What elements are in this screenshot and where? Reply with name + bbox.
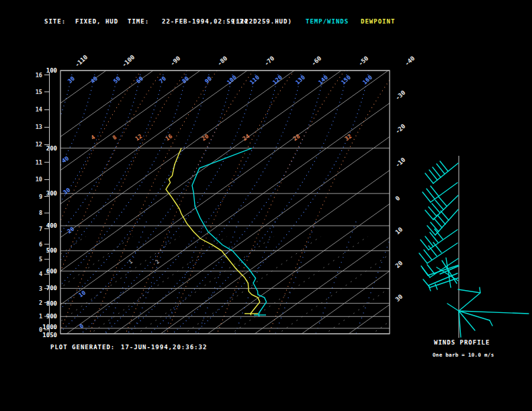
moist-adiabats [13,71,396,334]
svg-text:-60: -60 [310,55,323,67]
svg-text:2: 2 [39,300,42,306]
svg-text:-90: -90 [169,55,182,67]
svg-text:12: 12 [36,141,42,148]
svg-text:-30: -30 [394,89,407,101]
svg-text:-20: -20 [394,123,407,135]
svg-text:100: 100 [46,67,57,74]
svg-text:-50: -50 [357,55,370,67]
svg-text:40: 40 [60,155,70,165]
svg-text:10: 10 [394,226,404,236]
dry-adiabat-labels: 3040506070809010011012013014015016040302… [60,74,373,330]
svg-text:11: 11 [36,159,42,166]
svg-text:6: 6 [39,241,42,248]
svg-text:0: 0 [78,322,85,330]
svg-text:30: 30 [62,187,71,196]
svg-text:30: 30 [394,293,404,303]
svg-text:-110: -110 [74,54,89,68]
svg-text:10: 10 [36,176,42,183]
svg-text:8: 8 [39,210,42,216]
svg-text:50: 50 [112,75,122,85]
svg-text:13: 13 [36,124,42,130]
svg-text:-40: -40 [404,55,416,67]
svg-text:16: 16 [36,72,42,79]
svg-text:-100: -100 [121,54,136,68]
pressure-axis-labels: 10020030040050060070080090010001050 [42,67,57,338]
svg-text:90: 90 [204,75,213,85]
mixing-ratio-labels: 12 [128,259,161,265]
height-axis: 012345678910111213141516 [36,72,50,334]
svg-text:4: 4 [89,134,96,141]
svg-text:110: 110 [249,74,261,86]
mixing-ratio-lines [106,222,396,334]
svg-text:7: 7 [39,226,42,232]
svg-text:800: 800 [46,300,57,307]
dry-adiabats [0,71,369,334]
svg-text:5: 5 [39,256,42,263]
svg-text:300: 300 [46,190,57,197]
svg-text:20: 20 [394,259,404,269]
svg-text:2: 2 [154,259,161,265]
svg-text:150: 150 [340,74,352,86]
svg-text:32: 32 [343,133,353,142]
svg-text:70: 70 [158,75,167,85]
moist-adiabat-labels: 48121620242832 [89,133,353,142]
svg-text:120: 120 [271,74,283,86]
isotherm-right-labels: -30-20-100102030 [394,89,407,303]
svg-text:14: 14 [36,106,42,113]
svg-text:1: 1 [128,259,134,265]
svg-text:20: 20 [66,226,75,235]
svg-text:100: 100 [226,74,238,86]
svg-text:160: 160 [361,74,373,86]
svg-text:0: 0 [39,326,42,333]
svg-text:-70: -70 [263,55,276,67]
plot-generated-label: PLOT GENERATED: [50,344,115,351]
winds-profile-legend: One barb = 10.0 m/s [433,352,494,358]
svg-text:30: 30 [66,75,76,85]
dewpoint-trace [166,148,260,316]
svg-text:600: 600 [46,268,57,275]
svg-text:1000: 1000 [42,324,57,330]
svg-text:9: 9 [39,193,42,200]
svg-text:130: 130 [294,74,306,86]
svg-text:15: 15 [36,89,42,95]
svg-text:10: 10 [77,289,87,299]
svg-text:140: 140 [317,74,329,86]
svg-text:0: 0 [394,195,402,202]
wind-barbs [419,161,529,337]
svg-text:4: 4 [39,271,42,277]
svg-text:1: 1 [39,313,42,320]
svg-text:500: 500 [46,247,57,254]
svg-text:60: 60 [135,75,144,85]
plot-generated-value: 17-JUN-1994,20:36:32 [121,344,207,351]
winds-profile-title: WINDS PROFILE [434,339,490,346]
svg-text:200: 200 [46,145,57,152]
svg-text:3: 3 [39,285,42,292]
svg-text:-10: -10 [394,156,407,169]
svg-text:12: 12 [134,133,143,142]
svg-text:8: 8 [111,134,118,141]
svg-text:-80: -80 [216,55,229,67]
svg-text:400: 400 [46,222,57,229]
svg-text:16: 16 [164,133,173,142]
svg-text:1050: 1050 [42,332,57,338]
sounding-display-screen: SITE: FIXED, HUD TIME: 22-FEB-1994,02:59… [0,0,532,411]
isotherm-top-labels: -110-100-90-80-70-60-50-40 [74,54,416,68]
svg-text:20: 20 [200,133,210,142]
